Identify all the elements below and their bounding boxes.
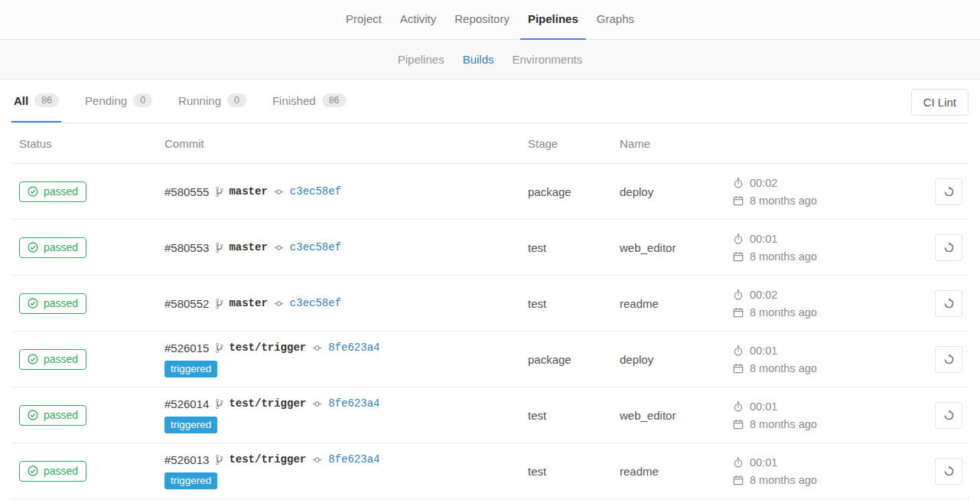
status-badge[interactable]: passed xyxy=(19,293,86,314)
retry-build-button[interactable] xyxy=(935,402,962,429)
time-ago-label: 8 months ago xyxy=(750,362,817,374)
build-id-link[interactable]: #526013 xyxy=(164,453,209,466)
retry-build-button[interactable] xyxy=(935,346,962,373)
status-cell: passed xyxy=(11,349,164,370)
stopwatch-icon xyxy=(733,401,744,412)
commit-cell: #526013 test/trigger 8fe623a4 triggered xyxy=(164,453,528,489)
builds-page: ProjectActivityRepositoryPipelinesGraphs… xyxy=(0,0,980,499)
commit-sha-link[interactable]: c3ec58ef xyxy=(290,241,341,253)
check-circle-icon xyxy=(28,298,38,309)
build-name-cell: deploy xyxy=(620,185,733,198)
subnav-item-pipelines[interactable]: Pipelines xyxy=(398,53,444,66)
tab-label: Running xyxy=(178,94,221,107)
stopwatch-icon xyxy=(733,289,744,300)
commit-icon xyxy=(273,187,285,197)
topnav-item-activity[interactable]: Activity xyxy=(392,0,444,40)
commit-sha-link[interactable]: 8fe623a4 xyxy=(328,342,379,354)
column-header-status: Status xyxy=(11,137,164,150)
ci-lint-button[interactable]: CI Lint xyxy=(911,89,969,116)
column-header-commit: Commit xyxy=(164,137,528,150)
status-badge[interactable]: passed xyxy=(19,181,86,202)
branch-link[interactable]: test/trigger xyxy=(229,397,306,410)
trigger-badge-line: triggered xyxy=(164,361,528,377)
status-badge[interactable]: passed xyxy=(19,237,86,258)
status-label: passed xyxy=(44,353,78,365)
status-badge[interactable]: passed xyxy=(19,405,86,426)
commit-sha-link[interactable]: 8fe623a4 xyxy=(328,453,379,466)
calendar-icon xyxy=(733,419,744,430)
nav-item-label: Project xyxy=(346,12,382,25)
nav-item-label: Activity xyxy=(400,12,437,25)
duration-label: 00:01 xyxy=(750,456,777,469)
build-row: passed #526015 test/trigger 8fe623a4 tri… xyxy=(11,332,969,387)
retry-icon xyxy=(943,298,955,309)
branch-icon xyxy=(216,342,223,354)
topnav-item-repository[interactable]: Repository xyxy=(447,0,517,40)
tab-finished[interactable]: Finished 86 xyxy=(270,80,349,123)
retry-build-button[interactable] xyxy=(935,178,962,205)
nav-item-label: Graphs xyxy=(597,12,634,25)
stopwatch-icon xyxy=(733,234,744,244)
retry-icon xyxy=(943,242,955,253)
topnav-item-project[interactable]: Project xyxy=(338,0,389,40)
retry-build-button[interactable] xyxy=(935,458,962,485)
topnav-item-pipelines[interactable]: Pipelines xyxy=(520,0,586,40)
tab-count-badge: 86 xyxy=(34,93,59,107)
build-filter-tabs: All 86 Pending 0 Running 0 Finished 86 xyxy=(11,80,969,123)
retry-icon xyxy=(943,466,955,477)
check-circle-icon xyxy=(28,466,38,476)
pipelines-subnav: PipelinesBuildsEnvironments xyxy=(0,40,980,80)
subnav-item-builds[interactable]: Builds xyxy=(463,53,494,66)
tab-pending[interactable]: Pending 0 xyxy=(83,80,155,123)
branch-link[interactable]: master xyxy=(229,297,267,309)
commit-sha-link[interactable]: 8fe623a4 xyxy=(328,397,379,410)
stage-cell: test xyxy=(528,241,620,254)
time-ago-label: 8 months ago xyxy=(750,474,817,486)
status-badge[interactable]: passed xyxy=(19,349,86,370)
tab-running[interactable]: Running 0 xyxy=(176,80,249,123)
build-name-cell: web_editor xyxy=(620,409,733,422)
duration-label: 00:02 xyxy=(750,177,777,189)
build-name-cell: web_editor xyxy=(620,241,733,254)
table-header: Status Commit Stage Name xyxy=(11,123,969,164)
stage-cell: test xyxy=(528,297,620,310)
branch-icon xyxy=(216,398,223,410)
trigger-badge-line: triggered xyxy=(164,417,528,433)
status-label: passed xyxy=(44,241,78,253)
retry-build-button[interactable] xyxy=(935,290,962,317)
subnav-item-label: Pipelines xyxy=(398,53,444,66)
commit-cell: #580553 master c3ec58ef xyxy=(164,241,528,254)
commit-sha-link[interactable]: c3ec58ef xyxy=(290,297,341,309)
status-badge[interactable]: passed xyxy=(19,461,86,482)
status-label: passed xyxy=(44,465,78,477)
status-label: passed xyxy=(44,297,78,309)
build-id-link[interactable]: #580555 xyxy=(164,185,209,198)
timing-cell: 00:01 8 months ago xyxy=(733,400,935,430)
branch-link[interactable]: test/trigger xyxy=(229,453,306,466)
tab-label: All xyxy=(14,94,28,107)
topnav-item-graphs[interactable]: Graphs xyxy=(589,0,642,40)
build-id-link[interactable]: #526015 xyxy=(164,342,209,355)
branch-link[interactable]: master xyxy=(229,185,267,198)
status-cell: passed xyxy=(11,237,164,258)
build-id-link[interactable]: #580552 xyxy=(164,297,209,310)
triggered-badge: triggered xyxy=(164,361,217,377)
commit-icon xyxy=(273,243,285,253)
commit-cell: #580552 master c3ec58ef xyxy=(164,297,528,310)
build-id-link[interactable]: #526014 xyxy=(164,397,209,410)
calendar-icon xyxy=(733,307,744,318)
stage-cell: test xyxy=(528,409,620,422)
branch-link[interactable]: master xyxy=(229,241,267,253)
retry-build-button[interactable] xyxy=(935,234,962,261)
branch-icon xyxy=(216,454,223,466)
subnav-item-environments[interactable]: Environments xyxy=(513,53,583,66)
stopwatch-icon xyxy=(733,345,744,356)
column-header-stage: Stage xyxy=(528,137,620,150)
stage-cell: package xyxy=(528,353,620,366)
duration-label: 00:01 xyxy=(750,233,777,245)
build-id-link[interactable]: #580553 xyxy=(164,241,209,254)
tab-all[interactable]: All 86 xyxy=(11,80,61,123)
build-filter-bar: All 86 Pending 0 Running 0 Finished 86 C… xyxy=(11,80,969,123)
commit-sha-link[interactable]: c3ec58ef xyxy=(290,185,341,198)
branch-link[interactable]: test/trigger xyxy=(229,342,306,354)
